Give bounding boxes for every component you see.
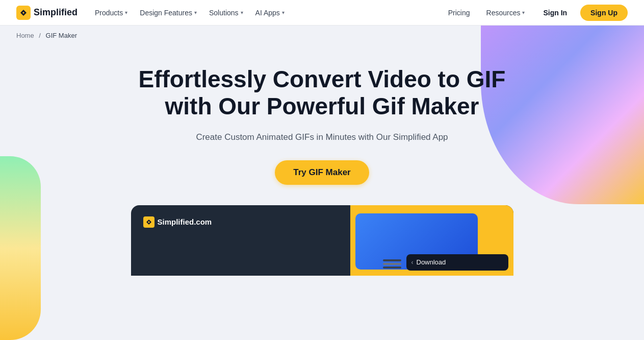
nav-ai-apps[interactable]: AI Apps ▾	[250, 6, 290, 20]
signup-button[interactable]: Sign Up	[580, 5, 628, 21]
preview-download-text: Download	[417, 258, 446, 266]
nav-design-features[interactable]: Design Features ▾	[135, 6, 202, 20]
try-gif-maker-button[interactable]: Try GIF Maker	[275, 160, 369, 185]
main-content: Effortlessly Convert Video to GIF with O…	[0, 45, 644, 276]
preview-logo-area: Simplified.com	[143, 216, 212, 228]
hero-title: Effortlessly Convert Video to GIF with O…	[139, 66, 506, 120]
nav-pricing[interactable]: Pricing	[443, 6, 475, 20]
ai-apps-chevron-icon: ▾	[282, 10, 285, 15]
logo[interactable]: Simplified	[16, 6, 78, 20]
nav-right: Pricing Resources ▾ Sign In Sign Up	[443, 5, 628, 21]
preview-dot-1	[383, 259, 401, 261]
preview-download-bar: ‹ Download	[406, 254, 508, 271]
breadcrumb: Home / GIF Maker	[0, 26, 644, 45]
preview-dot-3	[383, 266, 401, 269]
hero-subtitle: Create Custom Animated GIFs in Minutes w…	[196, 130, 448, 144]
nav-resources[interactable]: Resources ▾	[481, 6, 530, 20]
preview-logo: Simplified.com	[143, 216, 212, 228]
design-features-chevron-icon: ▾	[194, 10, 197, 15]
resources-chevron-icon: ▾	[522, 10, 525, 15]
breadcrumb-separator: /	[39, 32, 41, 39]
nav-links: Products ▾ Design Features ▾ Solutions ▾…	[90, 6, 443, 20]
signin-button[interactable]: Sign In	[536, 5, 574, 21]
logo-icon	[16, 6, 31, 20]
preview-dot-2	[383, 263, 401, 265]
logo-text: Simplified	[34, 7, 78, 18]
preview-card: Simplified.com ‹ Download	[131, 205, 513, 276]
preview-cards-area: ‹ Download	[299, 205, 513, 276]
nav-solutions[interactable]: Solutions ▾	[204, 6, 248, 20]
nav-products[interactable]: Products ▾	[90, 6, 133, 20]
navbar: Simplified Products ▾ Design Features ▾ …	[0, 0, 644, 26]
preview-logo-icon	[143, 216, 154, 228]
preview-progress-dots	[383, 259, 401, 269]
breadcrumb-current: GIF Maker	[46, 32, 77, 39]
preview-download-chevron-icon: ‹	[411, 259, 414, 266]
preview-logo-text: Simplified.com	[158, 217, 212, 226]
breadcrumb-home[interactable]: Home	[16, 32, 34, 39]
products-chevron-icon: ▾	[125, 10, 127, 15]
solutions-chevron-icon: ▾	[241, 10, 243, 15]
